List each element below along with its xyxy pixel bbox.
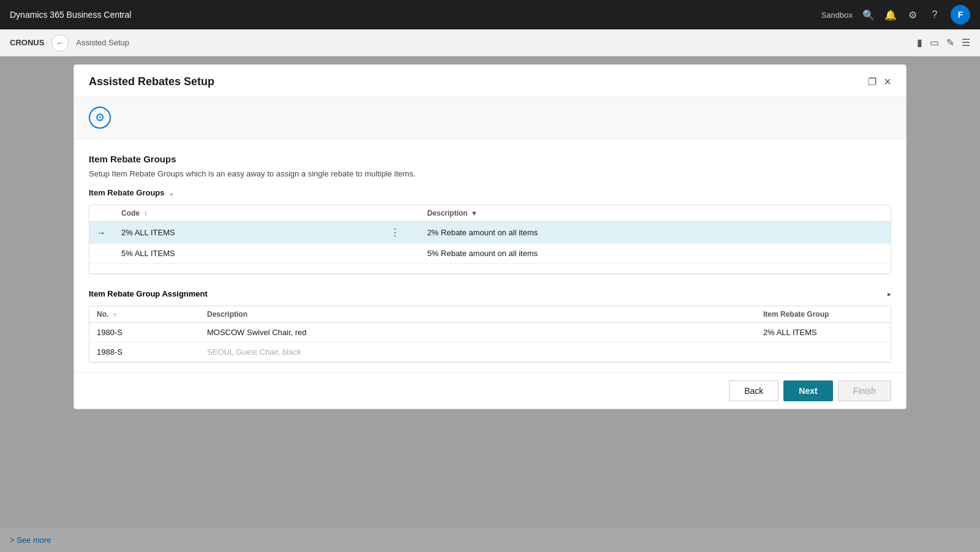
user-avatar[interactable]: F <box>951 5 970 25</box>
breadcrumb-crumb: CRONUS <box>10 38 44 47</box>
topbar: Dynamics 365 Business Central Sandbox 🔍 … <box>0 0 980 29</box>
sandbox-label: Sandbox <box>821 10 853 20</box>
back-nav-button[interactable]: ← <box>51 34 69 51</box>
edit-icon[interactable]: ✎ <box>946 37 954 48</box>
subnav-icons: ▮ ▭ ✎ ☰ <box>917 37 970 48</box>
gear-icon[interactable]: ⚙ <box>907 9 919 21</box>
app-title: Dynamics 365 Business Central <box>10 10 821 20</box>
hamburger-menu-icon[interactable]: ☰ <box>962 37 970 48</box>
tablet-icon[interactable]: ▮ <box>917 37 922 48</box>
subnav: CRONUS ← Assisted Setup ▮ ▭ ✎ ☰ <box>0 29 980 56</box>
help-icon[interactable]: ? <box>929 9 941 21</box>
bell-icon[interactable]: 🔔 <box>884 9 897 21</box>
breadcrumb-page: Assisted Setup <box>76 38 129 47</box>
search-icon[interactable]: 🔍 <box>862 9 875 21</box>
external-link-icon[interactable]: ▭ <box>930 37 939 48</box>
topbar-right: Sandbox 🔍 🔔 ⚙ ? F <box>821 5 970 25</box>
